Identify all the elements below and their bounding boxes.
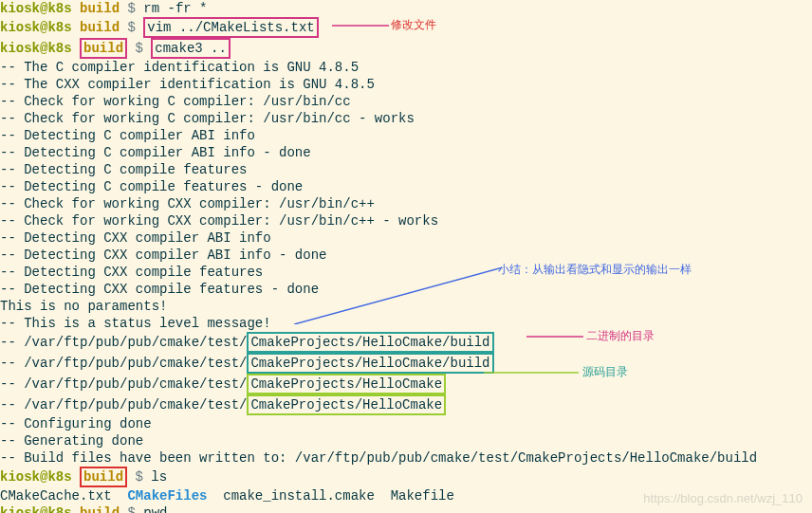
output-line: -- Detecting CXX compile features - done: [0, 281, 812, 298]
output-line: -- Configuring done: [0, 415, 812, 432]
highlight-path-box: build: [80, 38, 127, 59]
highlight-binary-dir: CmakeProjects/HelloCmake/build: [247, 332, 493, 353]
output-line: -- Detecting C compile features - done: [0, 178, 812, 195]
annotation-modify-file: 修改文件: [391, 16, 436, 33]
highlight-binary-dir: CmakeProjects/HelloCmake/build: [247, 353, 493, 374]
highlight-source-dir: CmakeProjects/HelloCmake: [247, 374, 446, 394]
command-pwd[interactable]: pwd: [143, 505, 167, 513]
annotation-binary-dir: 二进制的目录: [586, 327, 655, 344]
output-line: -- The C compiler identification is GNU …: [0, 59, 812, 76]
output-line: -- Detecting C compiler ABI info: [0, 127, 812, 144]
output-line: -- Check for working CXX compiler: /usr/…: [0, 212, 812, 229]
highlight-cmake-command: cmake3 ..: [151, 38, 231, 59]
output-line: -- Check for working CXX compiler: /usr/…: [0, 195, 812, 212]
highlight-vim-command: vim ../CMakeLists.txt: [143, 17, 318, 38]
annotation-source-dir: 源码目录: [582, 363, 628, 380]
output-line: -- The CXX compiler identification is GN…: [0, 76, 812, 93]
prompt-host: k8s: [47, 1, 71, 16]
highlight-source-dir: CmakeProjects/HelloCmake: [247, 394, 446, 415]
output-line: -- Build files have been written to: /va…: [0, 449, 812, 467]
terminal-line: kiosk@k8s build $ ls: [0, 467, 812, 487]
output-line: -- Detecting CXX compiler ABI info: [0, 229, 812, 247]
output-line: -- /var/ftp/pub/pub/cmake/test/CmakeProj…: [0, 332, 812, 353]
output-line: -- This is a status level message!: [0, 315, 812, 332]
highlight-path-box-red: build: [80, 467, 127, 487]
output-line: -- Detecting C compile features: [0, 161, 812, 178]
command-cmake[interactable]: cmake3 ..: [155, 41, 227, 56]
command-rm[interactable]: rm -fr *: [143, 1, 207, 16]
annotation-summary: 小结：从输出看隐式和显示的输出一样: [498, 261, 692, 278]
watermark: https://blog.csdn.net/wzj_110: [643, 490, 803, 507]
command-ls[interactable]: ls: [151, 469, 167, 485]
output-line: -- Check for working C compiler: /usr/bi…: [0, 110, 812, 127]
output-line: -- /var/ftp/pub/pub/cmake/test/CmakeProj…: [0, 353, 812, 374]
terminal-line: kiosk@k8s build $ cmake3 ..: [0, 38, 812, 59]
output-line: -- Detecting C compiler ABI info - done: [0, 144, 812, 161]
command-vim[interactable]: vim ../CMakeLists.txt: [147, 20, 314, 35]
directory-name: CMakeFiles: [127, 488, 207, 504]
prompt-user: kiosk: [0, 1, 40, 16]
output-line: -- Generating done: [0, 432, 812, 449]
output-line: -- /var/ftp/pub/pub/cmake/test/CmakeProj…: [0, 374, 812, 394]
prompt-dollar: $: [127, 1, 135, 16]
output-line: -- /var/ftp/pub/pub/cmake/test/CmakeProj…: [0, 394, 812, 415]
output-line: This is no paraments!: [0, 298, 812, 315]
output-line: -- Check for working C compiler: /usr/bi…: [0, 93, 812, 110]
prompt-path: build: [80, 1, 120, 16]
terminal-line: kiosk@k8s build $ rm -fr *: [0, 0, 812, 17]
